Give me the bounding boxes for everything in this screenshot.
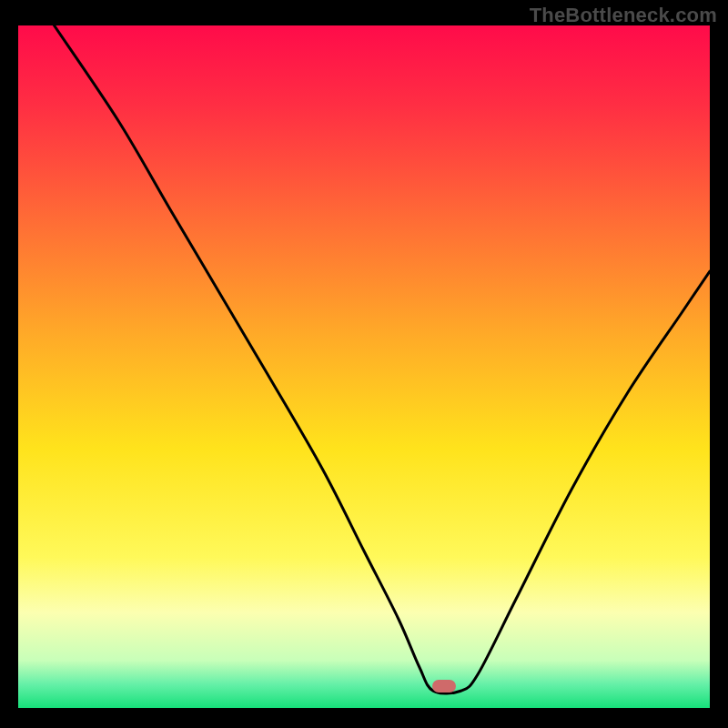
chart-svg <box>18 25 710 708</box>
watermark-text: TheBottleneck.com <box>530 4 717 27</box>
optimal-point-marker <box>432 680 456 693</box>
plot-area <box>18 25 710 708</box>
chart-frame: TheBottleneck.com <box>0 0 728 728</box>
